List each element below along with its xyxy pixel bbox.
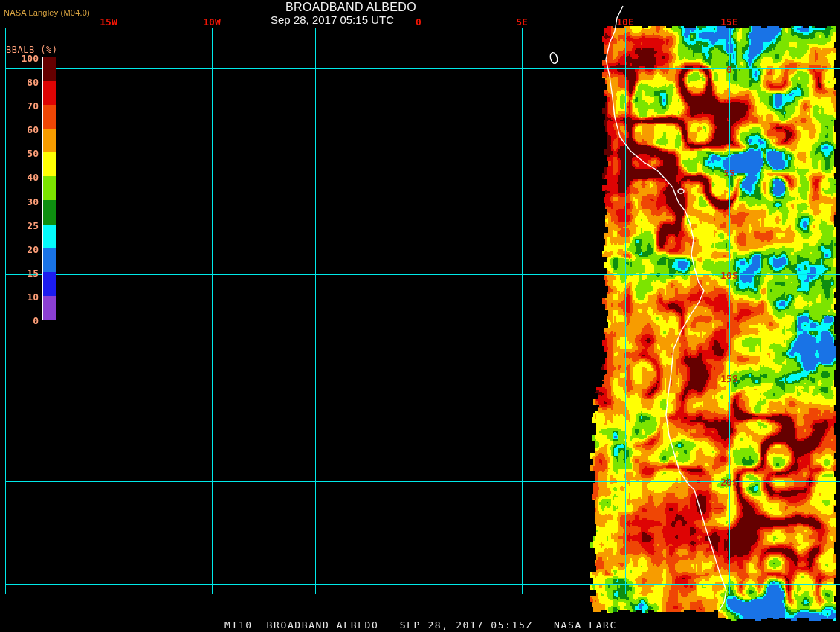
footer-caption: MT10 BROADBAND ALBEDO SEP 28, 2017 05:15… xyxy=(224,620,617,630)
albedo-plot: NASA Langley (M04.0) BROADBAND ALBEDO Se… xyxy=(0,0,840,632)
colorbar-tick: 10 xyxy=(0,291,39,301)
longitude-label-10E: 10E xyxy=(616,17,633,27)
longitude-label-0: 0 xyxy=(416,17,421,27)
page-title: BROADBAND ALBEDO xyxy=(285,1,416,13)
timestamp-subtitle: Sep 28, 2017 05:15 UTC xyxy=(271,14,394,25)
colorbar-segment xyxy=(43,272,56,296)
latitude-label-5S: 5S xyxy=(723,168,735,178)
colorbar-segment xyxy=(43,176,56,200)
latitude-label-10S: 10S xyxy=(720,271,737,280)
colorbar-segment xyxy=(43,129,56,152)
latitude-label-0: 0 xyxy=(726,65,732,74)
colorbar-tick: 0 xyxy=(0,316,39,326)
colorbar-segment xyxy=(43,152,56,176)
colorbar-segment xyxy=(43,200,56,224)
longitude-label-15W: 15W xyxy=(100,17,117,27)
colorbar-segment xyxy=(43,81,56,105)
longitude-label-15E: 15E xyxy=(720,17,737,27)
colorbar-tick: 50 xyxy=(0,149,39,158)
credit-label: NASA Langley (M04.0) xyxy=(4,9,90,17)
colorbar-segment xyxy=(43,248,56,272)
colorbar-tick: 100 xyxy=(0,54,39,63)
colorbar-tick: 60 xyxy=(0,125,39,135)
colorbar-tick: 20 xyxy=(0,244,39,254)
grid-coastline-overlay xyxy=(0,0,840,632)
colorbar xyxy=(42,57,56,320)
colorbar-segment xyxy=(43,225,56,248)
longitude-label-10W: 10W xyxy=(203,17,220,27)
latitude-label-20S: 20S xyxy=(720,477,737,487)
colorbar-tick: 30 xyxy=(0,196,39,206)
lagoon-outline xyxy=(678,189,684,193)
latitude-label-15S: 15S xyxy=(720,374,737,384)
coastline-path xyxy=(606,6,726,611)
colorbar-segment xyxy=(43,296,56,320)
longitude-label-5E: 5E xyxy=(516,17,528,27)
colorbar-tick: 25 xyxy=(0,220,39,230)
colorbar-segment xyxy=(43,57,56,81)
colorbar-tick: 15 xyxy=(0,268,39,277)
colorbar-segment xyxy=(43,105,56,129)
colorbar-tick: 40 xyxy=(0,172,39,182)
colorbar-tick: 70 xyxy=(0,101,39,111)
island-outline xyxy=(549,52,559,65)
colorbar-tick: 80 xyxy=(0,77,39,87)
